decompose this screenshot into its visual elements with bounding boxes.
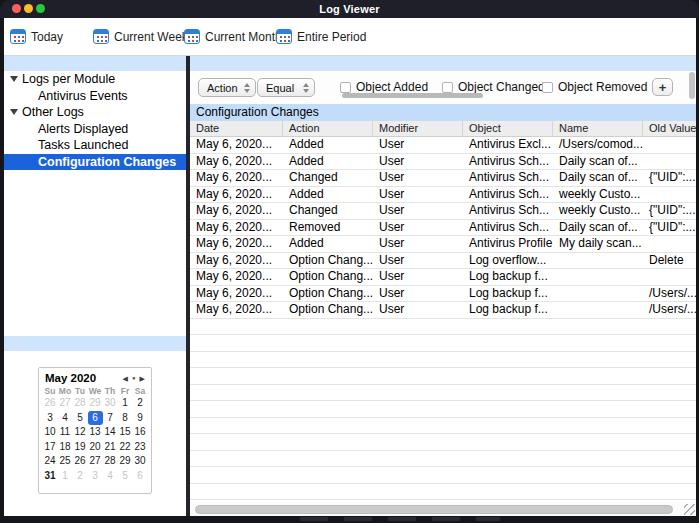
calendar-day[interactable]: 12 (73, 425, 88, 440)
calendar-day[interactable]: 25 (58, 454, 73, 469)
zoom-button[interactable] (36, 4, 45, 13)
toolbar-button-current-month[interactable]: Current Month (184, 28, 282, 45)
calendar-day[interactable]: 9 (133, 411, 148, 426)
table-cell: {"UID":... (643, 203, 696, 219)
table-row[interactable]: May 6, 2020...ChangedUserAntivirus Sch..… (190, 170, 696, 187)
table-row[interactable]: May 6, 2020...AddedUserAntivirus Sch...w… (190, 187, 696, 204)
minimize-button[interactable] (24, 4, 33, 13)
table-row[interactable]: May 6, 2020...AddedUserAntivirus Profile… (190, 236, 696, 253)
calendar-day[interactable]: 7 (103, 411, 118, 426)
tree-item-logs-per-module[interactable]: Logs per Module (4, 71, 186, 88)
table-cell: Changed (283, 203, 373, 219)
disclosure-triangle-icon[interactable] (10, 109, 18, 115)
calendar-day[interactable]: 1 (58, 469, 73, 484)
calendar-day[interactable]: 14 (103, 425, 118, 440)
filter-operator-select[interactable]: Equal (257, 78, 315, 97)
horizontal-scrollbar-track[interactable] (190, 502, 696, 516)
tree-item-alerts-displayed[interactable]: Alerts Displayed (4, 121, 186, 138)
toolbar-button-entire-period[interactable]: Entire Period (276, 28, 366, 45)
toolbar-button-today[interactable]: Today (10, 28, 63, 45)
calendar-day[interactable]: 20 (88, 440, 103, 455)
calendar-day[interactable]: 6 (88, 411, 103, 426)
calendar-day[interactable]: 13 (88, 425, 103, 440)
calendar-day[interactable]: 26 (43, 396, 58, 411)
filter-field-select[interactable]: Action (198, 78, 256, 97)
table-row[interactable]: May 6, 2020...Option Chang...UserLog ove… (190, 253, 696, 270)
table-row[interactable]: May 6, 2020...Option Chang...UserLog bac… (190, 286, 696, 303)
tree-item-tasks-launched[interactable]: Tasks Launched (4, 137, 186, 154)
tree-item-antivirus-events[interactable]: Antivirus Events (4, 88, 186, 105)
calendar-day[interactable]: 28 (73, 396, 88, 411)
calendar-day[interactable]: 27 (58, 396, 73, 411)
column-header-action[interactable]: Action (283, 121, 373, 136)
horizontal-scrollbar-thumb[interactable] (195, 505, 673, 514)
calendar-day[interactable]: 2 (73, 469, 88, 484)
calendar-day[interactable]: 3 (43, 411, 58, 426)
calendar-day[interactable]: 27 (88, 454, 103, 469)
table-row[interactable]: May 6, 2020...AddedUserAntivirus Sch...D… (190, 154, 696, 171)
calendar-day[interactable]: 3 (88, 469, 103, 484)
table-row[interactable]: May 6, 2020...RemovedUserAntivirus Sch..… (190, 220, 696, 237)
calendar-day[interactable]: 22 (118, 440, 133, 455)
calendar-day[interactable]: 2 (133, 396, 148, 411)
table-cell: Antivirus Sch... (463, 170, 553, 186)
filter-checkbox-object-removed[interactable]: Object Removed (542, 80, 647, 94)
table-body: May 6, 2020...AddedUserAntivirus Excl...… (190, 137, 696, 502)
calendar-day[interactable]: 30 (103, 396, 118, 411)
calendar-day[interactable]: 24 (43, 454, 58, 469)
calendar-day[interactable]: 29 (118, 454, 133, 469)
calendar-day[interactable]: 21 (103, 440, 118, 455)
panel-vertical-scrollbar[interactable] (689, 72, 695, 99)
column-header-old-value[interactable]: Old Value (643, 121, 696, 136)
calendar-day[interactable]: 5 (73, 411, 88, 426)
column-header-date[interactable]: Date (190, 121, 283, 136)
table-row[interactable]: May 6, 2020...AddedUserAntivirus Excl...… (190, 137, 696, 154)
calendar-day[interactable]: 30 (133, 454, 148, 469)
calendar-header: May 2020 ◀ ● ▶ (39, 368, 151, 385)
calendar-day[interactable]: 4 (103, 469, 118, 484)
checkbox-icon (340, 82, 351, 93)
calendar-day[interactable]: 1 (118, 396, 133, 411)
calendar-day[interactable]: 11 (58, 425, 73, 440)
table-row-empty (190, 385, 696, 402)
calendar-day-header: Fr (118, 386, 133, 396)
calendar-day[interactable]: 15 (118, 425, 133, 440)
calendar-day[interactable]: 23 (133, 440, 148, 455)
calendar-day[interactable]: 26 (73, 454, 88, 469)
tree-item-configuration-changes[interactable]: Configuration Changes (4, 154, 186, 171)
calendar-prev-icon[interactable]: ◀ (123, 375, 128, 382)
calendar-day[interactable]: 5 (118, 469, 133, 484)
column-header-object[interactable]: Object (463, 121, 553, 136)
filter-horizontal-scrollbar[interactable] (342, 93, 483, 98)
calendar-today-icon[interactable]: ● (132, 375, 136, 381)
toolbar-button-current-week[interactable]: Current Week (93, 28, 188, 45)
table-row[interactable]: May 6, 2020...ChangedUserAntivirus Sch..… (190, 203, 696, 220)
calendar-day[interactable]: 6 (133, 469, 148, 484)
calendar-day[interactable]: 19 (73, 440, 88, 455)
calendar-day[interactable]: 16 (133, 425, 148, 440)
calendar-day[interactable]: 8 (118, 411, 133, 426)
resize-grip[interactable] (684, 504, 695, 515)
table-cell: Removed (283, 220, 373, 236)
calendar-day[interactable]: 28 (103, 454, 118, 469)
disclosure-triangle-icon[interactable] (10, 76, 18, 82)
calendar-day[interactable]: 29 (88, 396, 103, 411)
tree-item-label: Alerts Displayed (38, 122, 128, 136)
calendar-day-header: We (88, 386, 103, 396)
calendar-day[interactable]: 31 (43, 469, 58, 484)
calendar-day[interactable]: 18 (58, 440, 73, 455)
table-row[interactable]: May 6, 2020...Option Chang...UserLog bac… (190, 269, 696, 286)
calendar-day[interactable]: 17 (43, 440, 58, 455)
column-header-name[interactable]: Name (553, 121, 643, 136)
tree-item-other-logs[interactable]: Other Logs (4, 104, 186, 121)
add-filter-button[interactable]: + (652, 78, 673, 96)
calendar-day[interactable]: 10 (43, 425, 58, 440)
close-button[interactable] (12, 4, 21, 13)
table-cell: User (373, 236, 463, 252)
filter-checkbox-object-changed[interactable]: Object Changed (442, 80, 545, 94)
calendar-next-icon[interactable]: ▶ (140, 375, 145, 382)
column-header-modifier[interactable]: Modifier (373, 121, 463, 136)
table-row[interactable]: May 6, 2020...Option Chang...UserLog bac… (190, 302, 696, 319)
calendar-day[interactable]: 4 (58, 411, 73, 426)
filter-checkbox-object-added[interactable]: Object Added (340, 80, 428, 94)
